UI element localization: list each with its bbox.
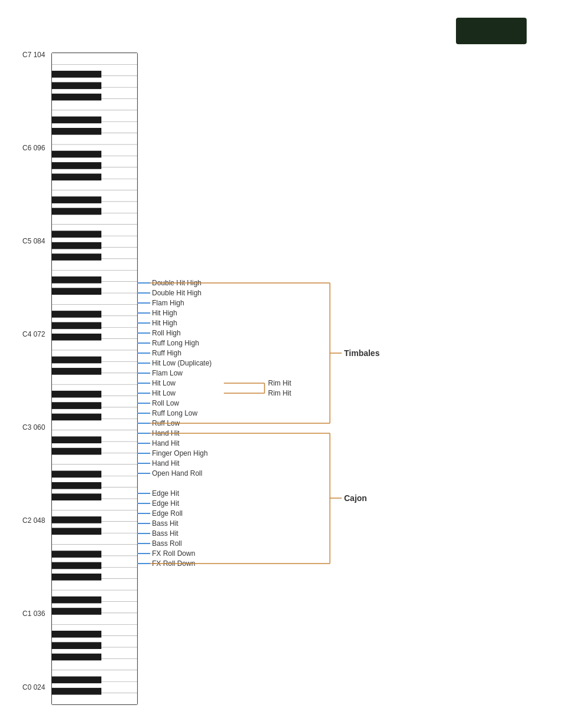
svg-rect-69 [52,117,101,124]
svg-rect-73 [52,174,101,181]
svg-rect-95 [52,528,101,535]
svg-text:C2 048: C2 048 [22,516,45,525]
svg-text:Hit Low: Hit Low [152,379,176,387]
svg-rect-84 [52,357,101,364]
svg-text:C6 096: C6 096 [22,144,45,152]
svg-rect-85 [52,368,101,375]
svg-rect-16 [52,133,137,144]
svg-rect-64 [52,681,137,693]
svg-rect-18 [52,156,137,167]
svg-text:Hit High: Hit High [152,319,177,327]
svg-rect-101 [52,631,101,638]
svg-rect-10 [52,64,137,75]
svg-text:Double Hit High: Double Hit High [152,279,201,287]
svg-rect-11 [52,76,137,87]
svg-rect-46 [52,476,137,487]
svg-rect-94 [52,516,101,523]
svg-rect-13 [52,99,137,110]
svg-rect-14 [52,110,137,121]
svg-rect-53 [52,556,137,567]
svg-text:Open Hand Roll: Open Hand Roll [152,469,202,477]
svg-rect-17 [52,144,137,156]
svg-rect-22 [52,202,137,213]
svg-rect-76 [52,230,101,238]
svg-rect-93 [52,493,101,500]
svg-rect-21 [52,190,137,202]
svg-text:Timbales: Timbales [344,348,380,358]
svg-text:C3 060: C3 060 [22,423,45,431]
svg-rect-57 [52,602,137,613]
svg-text:Hand Hit: Hand Hit [152,459,180,467]
svg-rect-103 [52,654,101,661]
svg-rect-80 [52,288,101,295]
svg-rect-15 [52,121,137,133]
svg-rect-42 [52,430,137,442]
svg-rect-33 [52,327,137,338]
svg-text:Bass Hit: Bass Hit [152,519,178,528]
svg-text:C5 084: C5 084 [22,237,45,245]
svg-rect-34 [52,339,137,350]
svg-rect-102 [52,642,101,649]
svg-text:Ruff Long High: Ruff Long High [152,339,199,347]
svg-rect-59 [52,624,137,635]
svg-rect-27 [52,259,137,270]
svg-rect-96 [52,551,101,558]
svg-rect-71 [52,151,101,158]
svg-text:C4 072: C4 072 [22,330,45,338]
svg-rect-47 [52,487,137,499]
svg-rect-58 [52,613,137,624]
svg-text:Ruff High: Ruff High [152,349,181,357]
svg-rect-78 [52,253,101,261]
svg-rect-60 [52,636,137,647]
svg-rect-74 [52,196,101,203]
svg-rect-100 [52,608,101,615]
svg-rect-24 [52,225,137,236]
svg-rect-99 [52,597,101,604]
svg-rect-39 [52,396,137,407]
svg-rect-66 [52,71,101,78]
svg-text:Hit Low: Hit Low [152,389,176,397]
svg-rect-40 [52,407,137,419]
svg-text:Flam Low: Flam Low [152,369,183,377]
svg-rect-20 [52,179,137,190]
svg-rect-90 [52,448,101,455]
svg-text:Bass Hit: Bass Hit [152,529,178,538]
svg-rect-23 [52,213,137,224]
svg-rect-43 [52,442,137,453]
svg-rect-32 [52,316,137,327]
svg-rect-75 [52,208,101,215]
svg-rect-25 [52,236,137,247]
svg-rect-62 [52,658,137,670]
svg-rect-92 [52,482,101,489]
svg-text:Ruff Low: Ruff Low [152,419,180,427]
svg-rect-70 [52,128,101,135]
svg-rect-87 [52,402,101,409]
svg-rect-91 [52,471,101,478]
svg-rect-44 [52,453,137,465]
svg-text:Ruff Long Low: Ruff Long Low [152,409,198,417]
svg-text:Edge Hit: Edge Hit [152,499,180,508]
svg-rect-48 [52,499,137,510]
svg-rect-12 [52,87,137,98]
svg-text:Edge Hit: Edge Hit [152,489,180,498]
svg-rect-55 [52,579,137,590]
svg-rect-36 [52,361,137,373]
svg-rect-77 [52,242,101,249]
svg-rect-56 [52,590,137,601]
svg-rect-9 [52,53,137,64]
svg-text:Hit Low (Duplicate): Hit Low (Duplicate) [152,359,211,367]
svg-rect-67 [52,82,101,89]
svg-rect-79 [52,276,101,284]
svg-rect-88 [52,414,101,421]
svg-rect-98 [52,574,101,581]
svg-rect-104 [52,677,101,684]
svg-text:C1 036: C1 036 [22,610,45,618]
svg-rect-63 [52,670,137,681]
svg-rect-82 [52,322,101,330]
svg-rect-68 [52,94,101,101]
svg-text:Rim Hit: Rim Hit [268,389,292,397]
svg-rect-30 [52,293,137,304]
svg-rect-0 [52,53,137,704]
svg-rect-37 [52,373,137,384]
svg-text:Bass Roll: Bass Roll [152,539,182,548]
